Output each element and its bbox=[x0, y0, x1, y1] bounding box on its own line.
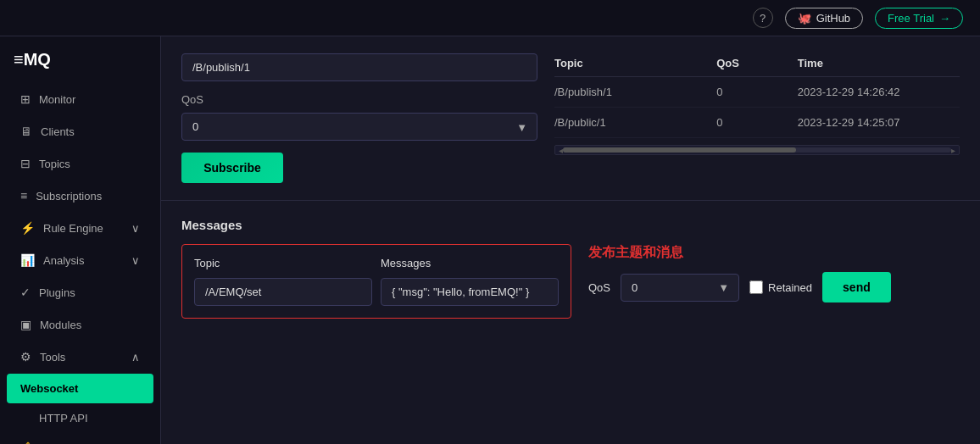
free-trial-button[interactable]: Free Trial → bbox=[875, 8, 963, 29]
messages-title: Messages bbox=[181, 218, 960, 232]
scrollbar-thumb bbox=[563, 147, 796, 153]
publish-row: QoS 0 1 2 ▼ Retained bbox=[588, 272, 960, 302]
row2-qos: 0 bbox=[716, 116, 798, 129]
monitor-icon: ⊞ bbox=[20, 92, 31, 106]
topic-form-group bbox=[181, 53, 537, 81]
sidebar-item-monitor[interactable]: ⊞ Monitor bbox=[7, 84, 153, 114]
sidebar-item-modules[interactable]: ▣ Modules bbox=[7, 309, 153, 340]
scroll-right-icon: ▸ bbox=[951, 146, 955, 155]
messages-content: Topic Messages 发布主题和消息 QoS bbox=[181, 244, 960, 319]
subscribe-section: QoS 0 1 2 ▼ Subscribe bbox=[161, 36, 980, 201]
clients-icon: 🖥 bbox=[20, 125, 32, 138]
free-trial-label: Free Trial bbox=[888, 12, 934, 25]
sidebar-item-label: Subscriptions bbox=[36, 190, 102, 203]
rule-engine-icon: ⚡ bbox=[20, 221, 35, 235]
chevron-down-icon: ∨ bbox=[131, 254, 140, 267]
sidebar-item-tools[interactable]: ⚙ Tools ∧ bbox=[7, 341, 153, 372]
horizontal-scrollbar[interactable]: ◂ ▸ bbox=[554, 145, 960, 155]
modules-icon: ▣ bbox=[20, 318, 31, 331]
col-topic: Topic bbox=[554, 57, 716, 69]
messages-section: Messages Topic Messages bbox=[161, 201, 980, 444]
row2-time: 2023-12-29 14:25:07 bbox=[798, 116, 960, 129]
sidebar-item-label: Analysis bbox=[43, 254, 84, 267]
subscription-table: Topic QoS Time /B/publish/1 0 2023-12-29… bbox=[554, 53, 960, 183]
sidebar-item-label: Rule Engine bbox=[43, 222, 103, 235]
github-button[interactable]: 🐙 GitHub bbox=[785, 8, 863, 29]
sub-table: Topic QoS Time /B/publish/1 0 2023-12-29… bbox=[554, 53, 960, 155]
table-row: /B/public/1 0 2023-12-29 14:25:07 bbox=[554, 108, 960, 138]
sidebar: ≡MQ ⊞ Monitor 🖥 Clients ⊟ Topics ≡ Subsc… bbox=[0, 36, 161, 444]
sidebar-item-analysis[interactable]: 📊 Analysis ∨ bbox=[7, 245, 153, 275]
qos-select[interactable]: 0 1 2 bbox=[181, 113, 537, 141]
subscribe-btn-row: Subscribe bbox=[181, 153, 537, 183]
header: ? 🐙 GitHub Free Trial → bbox=[0, 0, 980, 36]
subscribe-left: QoS 0 1 2 ▼ Subscribe bbox=[181, 53, 537, 183]
sidebar-item-websocket[interactable]: Websocket bbox=[7, 374, 153, 403]
publish-qos-label: QoS bbox=[588, 281, 610, 294]
sidebar-item-subscriptions[interactable]: ≡ Subscriptions bbox=[7, 180, 153, 211]
messages-box-inputs bbox=[194, 278, 559, 306]
github-label: GitHub bbox=[816, 12, 850, 25]
sidebar-item-label: Plugins bbox=[39, 286, 75, 299]
free-trial-arrow-icon: → bbox=[939, 12, 950, 25]
sidebar-subitem-label: Websocket bbox=[20, 382, 78, 395]
publish-qos-wrapper: 0 1 2 ▼ bbox=[621, 274, 739, 302]
topic-col-label: Topic bbox=[194, 257, 372, 269]
sidebar-item-alarms[interactable]: 🔔 Alarms bbox=[7, 433, 153, 444]
subscriptions-icon: ≡ bbox=[20, 189, 27, 203]
github-icon: 🐙 bbox=[798, 12, 811, 25]
row1-time: 2023-12-29 14:26:42 bbox=[798, 86, 960, 98]
sidebar-item-http-api[interactable]: HTTP API bbox=[7, 405, 153, 431]
retained-checkbox[interactable] bbox=[749, 280, 763, 294]
sidebar-item-label: Clients bbox=[41, 125, 75, 138]
publish-qos-select[interactable]: 0 1 2 bbox=[621, 274, 739, 302]
col-qos: QoS bbox=[716, 57, 798, 69]
logo: ≡MQ bbox=[0, 43, 160, 83]
content: QoS 0 1 2 ▼ Subscribe bbox=[161, 36, 980, 444]
qos-select-wrapper: 0 1 2 ▼ bbox=[181, 113, 537, 141]
sidebar-item-label: Tools bbox=[40, 351, 65, 364]
messages-box-header: Topic Messages bbox=[194, 257, 559, 269]
message-body-input[interactable] bbox=[381, 278, 559, 306]
send-button[interactable]: send bbox=[822, 272, 891, 302]
sidebar-item-clients[interactable]: 🖥 Clients bbox=[7, 116, 153, 147]
col-time: Time bbox=[798, 57, 960, 69]
chevron-down-icon: ∨ bbox=[131, 222, 140, 235]
publish-title: 发布主题和消息 bbox=[588, 244, 960, 262]
sidebar-item-label: Modules bbox=[40, 319, 81, 331]
retained-checkbox-group: Retained bbox=[749, 280, 812, 294]
sidebar-item-label: Topics bbox=[39, 158, 70, 170]
tools-icon: ⚙ bbox=[20, 350, 31, 364]
topic-input[interactable] bbox=[181, 53, 537, 81]
table-row: /B/publish/1 0 2023-12-29 14:26:42 bbox=[554, 77, 960, 108]
chevron-up-icon: ∧ bbox=[131, 351, 140, 364]
logo-text: ≡MQ bbox=[14, 50, 51, 69]
qos-form-group: QoS 0 1 2 ▼ bbox=[181, 93, 537, 141]
topics-icon: ⊟ bbox=[20, 157, 31, 170]
sidebar-item-label: Monitor bbox=[39, 93, 75, 106]
row1-topic: /B/publish/1 bbox=[554, 86, 716, 98]
help-icon: ? bbox=[760, 12, 766, 25]
sidebar-item-topics[interactable]: ⊟ Topics bbox=[7, 148, 153, 179]
sidebar-item-rule-engine[interactable]: ⚡ Rule Engine ∨ bbox=[7, 213, 153, 243]
sidebar-item-plugins[interactable]: ✓ Plugins bbox=[7, 277, 153, 308]
messages-left: Topic Messages bbox=[181, 244, 571, 319]
help-button[interactable]: ? bbox=[753, 8, 773, 28]
row2-topic: /B/public/1 bbox=[554, 116, 716, 129]
table-header: Topic QoS Time bbox=[554, 53, 960, 77]
plugins-icon: ✓ bbox=[20, 286, 31, 299]
row1-qos: 0 bbox=[716, 86, 798, 98]
messages-col-label: Messages bbox=[381, 257, 559, 269]
publish-area: 发布主题和消息 QoS 0 1 2 ▼ bbox=[588, 244, 960, 302]
qos-label: QoS bbox=[181, 93, 537, 106]
retained-label: Retained bbox=[768, 281, 812, 294]
message-topic-input[interactable] bbox=[194, 278, 372, 306]
scrollbar-track bbox=[563, 147, 951, 153]
subscribe-button[interactable]: Subscribe bbox=[181, 153, 283, 183]
analysis-icon: 📊 bbox=[20, 253, 35, 267]
sidebar-subitem-label: HTTP API bbox=[39, 412, 88, 425]
main-layout: ≡MQ ⊞ Monitor 🖥 Clients ⊟ Topics ≡ Subsc… bbox=[0, 36, 980, 444]
messages-box: Topic Messages bbox=[181, 244, 571, 319]
